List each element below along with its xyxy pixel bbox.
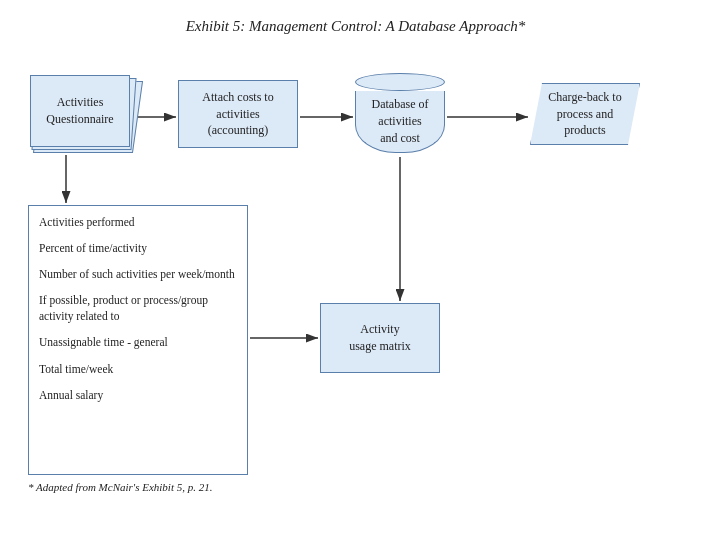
footnote: * Adapted from McNair's Exhibit 5, p. 21…	[28, 481, 212, 493]
list-item-2: Number of such activities per week/month	[39, 266, 237, 282]
list-item-3: If possible, product or process/group ac…	[39, 292, 237, 324]
attach-costs-label: Attach costs to activities (accounting)	[202, 89, 273, 139]
list-item-6: Annual salary	[39, 387, 237, 403]
database-label: Database of activities and cost	[372, 96, 429, 146]
list-item-1: Percent of time/activity	[39, 240, 237, 256]
list-box: Activities performed Percent of time/act…	[28, 205, 248, 475]
cylinder-body: Database of activities and cost	[355, 91, 445, 153]
list-item-4: Unassignable time - general	[39, 334, 237, 350]
list-item-0: Activities performed	[39, 214, 237, 230]
cylinder-top	[355, 73, 445, 91]
attach-costs-box: Attach costs to activities (accounting)	[178, 80, 298, 148]
activity-matrix-label: Activity usage matrix	[349, 321, 411, 355]
questionnaire-text: Activities Questionnaire	[46, 94, 113, 128]
charge-back-shape: Charge-back to process and products	[530, 83, 640, 145]
questionnaire-label: Activities Questionnaire	[30, 75, 130, 147]
activity-matrix-box: Activity usage matrix	[320, 303, 440, 373]
cylinder: Database of activities and cost	[355, 73, 445, 153]
diagram-area: Activities Questionnaire Attach costs to…	[0, 45, 711, 505]
database-cylinder: Database of activities and cost	[355, 73, 445, 153]
charge-back-label: Charge-back to process and products	[548, 89, 621, 139]
list-item-5: Total time/week	[39, 361, 237, 377]
questionnaire-wrapper: Activities Questionnaire	[28, 75, 138, 155]
page-title: Exhibit 5: Management Control: A Databas…	[0, 0, 711, 45]
